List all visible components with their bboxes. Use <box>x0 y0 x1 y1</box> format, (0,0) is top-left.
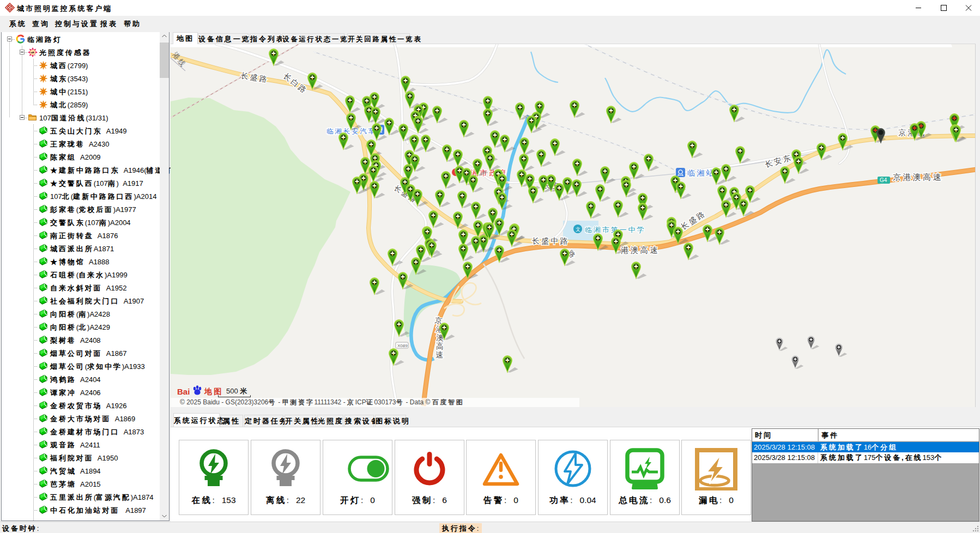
svg-text:速: 速 <box>435 350 443 359</box>
svg-text:文: 文 <box>576 227 580 232</box>
svg-text:临湘站: 临湘站 <box>687 168 715 177</box>
svg-text:港澳高速: 港澳高速 <box>621 246 660 255</box>
svg-text:长盛中路: 长盛中路 <box>532 237 570 245</box>
svg-text:X089: X089 <box>397 343 408 348</box>
svg-text:京港澳高速: 京港澳高速 <box>893 172 943 181</box>
svg-text:高: 高 <box>436 342 444 350</box>
svg-text:G4: G4 <box>880 177 887 183</box>
svg-text:长盛路: 长盛路 <box>240 71 269 84</box>
